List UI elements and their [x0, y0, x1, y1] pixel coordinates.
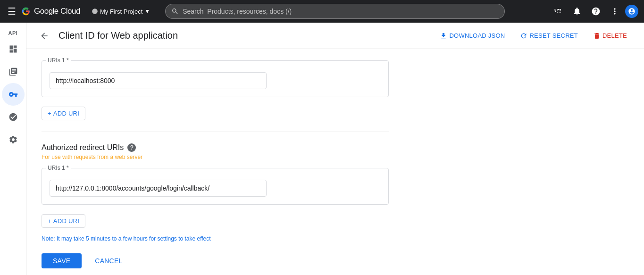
form-actions: SAVE CANCEL — [42, 253, 389, 275]
main-content: Client ID for Web application DOWNLOAD J… — [26, 23, 644, 275]
svg-point-0 — [92, 8, 98, 14]
help-icon[interactable] — [587, 3, 604, 20]
nav-icons — [550, 3, 638, 20]
back-button[interactable] — [38, 29, 51, 42]
hamburger-menu[interactable]: ☰ — [6, 4, 18, 19]
redirect-section-heading: Authorized redirect URIs ? — [42, 143, 389, 152]
sidebar-item-credentials[interactable] — [2, 83, 25, 106]
page-header: Client ID for Web application DOWNLOAD J… — [26, 23, 644, 49]
project-icon — [92, 8, 98, 15]
form-content: URIs 1 * + ADD URI Authorized redirect U… — [26, 49, 404, 275]
notifications-icon[interactable] — [569, 3, 585, 20]
save-button[interactable]: SAVE — [42, 253, 82, 268]
add-uri-origins-button[interactable]: + ADD URI — [42, 107, 85, 120]
download-json-label: DOWNLOAD JSON — [449, 32, 505, 39]
dropdown-arrow: ▼ — [144, 8, 150, 15]
redirect-uri-input[interactable] — [50, 180, 267, 197]
plus-icon-redirect: + — [48, 217, 51, 225]
plus-icon: + — [48, 110, 51, 117]
download-json-button[interactable]: DOWNLOAD JSON — [434, 29, 510, 42]
delete-label: DELETE — [602, 32, 627, 39]
add-uri-origins-label: ADD URI — [53, 110, 79, 117]
note-text: Note: It may take 5 minutes to a few hou… — [42, 235, 389, 242]
user-avatar[interactable] — [625, 5, 638, 18]
origins-field-label: URIs 1 * — [46, 57, 71, 64]
apps-icon[interactable] — [550, 3, 567, 20]
note-prefix: Note: — [42, 235, 57, 242]
divider — [42, 132, 389, 132]
sidebar-item-library[interactable] — [2, 60, 25, 83]
search-input[interactable] — [183, 8, 499, 15]
reset-secret-button[interactable]: RESET SECRET — [514, 29, 583, 42]
logo-text: Google Cloud — [34, 7, 80, 16]
api-label: API — [8, 26, 18, 38]
authorized-redirect-group: URIs 1 * — [42, 168, 389, 205]
origins-uri-input[interactable] — [50, 72, 267, 89]
top-nav: ☰ Google Cloud My First Project ▼ — [0, 0, 644, 23]
reset-secret-label: RESET SECRET — [529, 32, 577, 39]
sidebar-item-dashboard[interactable] — [2, 38, 25, 60]
redirect-heading-text: Authorized redirect URIs — [42, 143, 124, 152]
redirect-help-icon[interactable]: ? — [127, 143, 136, 152]
project-name: My First Project — [100, 8, 142, 15]
search-bar[interactable] — [165, 4, 505, 19]
cloud-logo-icon — [22, 7, 30, 16]
more-options-icon[interactable] — [606, 3, 623, 20]
sidebar-item-settings[interactable] — [2, 128, 25, 151]
delete-button[interactable]: DELETE — [587, 29, 633, 42]
note-linked: It may take 5 minutes to a few hours for… — [57, 235, 211, 242]
redirect-field-label: URIs 1 * — [46, 165, 71, 171]
page-title: Client ID for Web application — [59, 30, 427, 41]
add-uri-redirect-label: ADD URI — [53, 217, 79, 225]
add-uri-redirect-button[interactable]: + ADD URI — [42, 214, 85, 228]
authorized-origins-group: URIs 1 * — [42, 60, 389, 97]
redirect-subtitle: For use with requests from a web server — [42, 154, 389, 160]
project-selector[interactable]: My First Project ▼ — [88, 6, 154, 17]
sidebar-item-oauth[interactable] — [2, 106, 25, 128]
google-cloud-logo: Google Cloud — [22, 7, 80, 16]
header-actions: DOWNLOAD JSON RESET SECRET DELETE — [434, 29, 633, 42]
cancel-button[interactable]: CANCEL — [87, 253, 130, 268]
main-layout: API Client ID for Web application — [0, 23, 644, 275]
search-icon — [171, 8, 179, 15]
sidebar: API — [0, 23, 26, 275]
